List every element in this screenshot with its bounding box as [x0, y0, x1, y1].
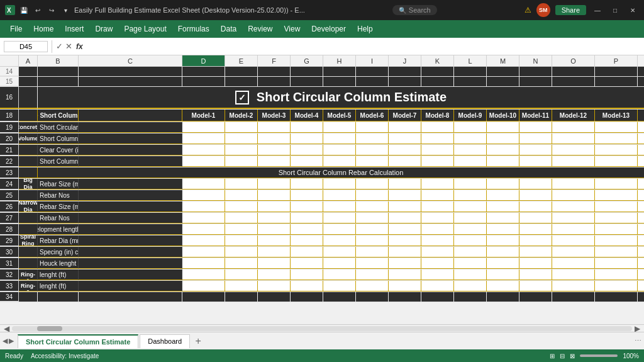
cell-21-n[interactable]	[519, 145, 552, 156]
cell-29-k[interactable]	[421, 235, 454, 246]
cell-15-p[interactable]	[595, 77, 638, 86]
cell-21-g[interactable]	[291, 145, 323, 156]
cell-24-q[interactable]	[638, 179, 644, 189]
cell-20-p[interactable]	[595, 133, 638, 144]
cell-33-p[interactable]	[595, 281, 638, 291]
col-header-f[interactable]: F	[258, 55, 291, 66]
scrollbar-track[interactable]	[12, 326, 632, 331]
col-header-a[interactable]: A	[19, 55, 38, 66]
cell-14-o[interactable]	[552, 67, 595, 76]
menu-data[interactable]: Data	[216, 23, 242, 35]
cell-33-i[interactable]	[356, 281, 389, 291]
cell-21-l[interactable]	[454, 145, 487, 156]
cell-34-d[interactable]	[182, 292, 225, 302]
cell-27-g[interactable]	[291, 213, 323, 223]
cell-19-n[interactable]	[519, 122, 552, 133]
cell-23-a[interactable]	[19, 167, 38, 178]
cell-21-m[interactable]	[487, 145, 519, 156]
col-header-n[interactable]: N	[519, 55, 552, 66]
maximize-button[interactable]: □	[609, 4, 621, 16]
cell-22-o[interactable]	[552, 156, 595, 167]
cell-27-d[interactable]	[182, 213, 225, 223]
cell-29-j[interactable]	[389, 235, 421, 246]
cell-15-d[interactable]	[182, 77, 225, 86]
cell-31-f[interactable]	[258, 258, 291, 269]
cell-15-k[interactable]	[421, 77, 454, 86]
cell-20-m[interactable]	[487, 133, 519, 144]
menu-help[interactable]: Help	[352, 23, 378, 35]
cell-22-j[interactable]	[389, 156, 421, 167]
cell-27-h[interactable]	[323, 213, 356, 223]
cell-22-k[interactable]	[421, 156, 454, 167]
cell-30-b[interactable]: Specing (in) c/c	[38, 247, 79, 257]
cell-19-b[interactable]: Short Circular Column Nos	[38, 122, 79, 133]
cell-32-h[interactable]	[323, 269, 356, 280]
menu-view[interactable]: View	[279, 23, 306, 35]
col-header-k[interactable]: K	[421, 55, 454, 66]
menu-home[interactable]: Home	[28, 23, 58, 35]
dropdown-icon[interactable]: ▾	[60, 5, 70, 15]
cell-28-a[interactable]	[19, 224, 38, 235]
cell-33-b[interactable]: lenght (ft)	[38, 281, 79, 291]
cell-14-j[interactable]	[389, 67, 421, 76]
cell-29-b[interactable]: Rebar Dia (mm)	[38, 235, 79, 246]
tab-short-circular[interactable]: Short Circular Column Estimate	[18, 334, 138, 348]
cell-32-p[interactable]	[595, 269, 638, 280]
cell-31-p[interactable]	[595, 258, 638, 269]
cell-24-f[interactable]	[258, 179, 291, 189]
cell-15-o[interactable]	[552, 77, 595, 86]
cell-31-b[interactable]: Houck lenght (in)	[38, 258, 79, 269]
cell-28-f[interactable]	[258, 224, 291, 235]
cell-27-a[interactable]	[19, 213, 38, 223]
cell-18-d[interactable]: Model-1	[182, 110, 225, 122]
cell-29-a[interactable]: Spiral Ring	[19, 235, 38, 246]
cell-25-o[interactable]	[552, 190, 595, 201]
cell-29-n[interactable]	[519, 235, 552, 246]
cell-33-d[interactable]	[182, 281, 225, 291]
col-header-b[interactable]: B	[38, 55, 79, 66]
cell-21-i[interactable]	[356, 145, 389, 156]
cell-18-g[interactable]: Model-4	[291, 110, 323, 122]
cell-25-d[interactable]	[182, 190, 225, 201]
cell-20-e[interactable]	[225, 133, 258, 144]
cell-27-q[interactable]	[638, 213, 644, 223]
cell-24-o[interactable]	[552, 179, 595, 189]
menu-draw[interactable]: Draw	[90, 23, 118, 35]
cell-25-a[interactable]	[19, 190, 38, 201]
cell-21-a[interactable]	[19, 145, 38, 156]
cell-29-e[interactable]	[225, 235, 258, 246]
cell-25-m[interactable]	[487, 190, 519, 201]
cell-18-c[interactable]	[79, 110, 182, 122]
horizontal-scrollbar[interactable]: ◀ ▶	[0, 324, 644, 332]
view-page-icon[interactable]: ⊠	[570, 353, 575, 359]
cell-34-h[interactable]	[323, 292, 356, 302]
cell-29-h[interactable]	[323, 235, 356, 246]
cell-32-b[interactable]: lenght (ft)	[38, 269, 79, 280]
cell-31-m[interactable]	[487, 258, 519, 269]
cell-33-n[interactable]	[519, 281, 552, 291]
cell-18-p[interactable]: Model-13	[595, 110, 638, 122]
cell-18-j[interactable]: Model-7	[389, 110, 421, 122]
cell-24-l[interactable]	[454, 179, 487, 189]
cell-25-c[interactable]	[79, 190, 182, 201]
cell-34-m[interactable]	[487, 292, 519, 302]
cell-15-e[interactable]	[225, 77, 258, 86]
cell-14-m[interactable]	[487, 67, 519, 76]
cell-27-b[interactable]: Rebar Nos	[38, 213, 79, 223]
cell-20-g[interactable]	[291, 133, 323, 144]
cell-32-k[interactable]	[421, 269, 454, 280]
col-header-c[interactable]: C	[79, 55, 182, 66]
cell-14-k[interactable]	[421, 67, 454, 76]
cell-30-p[interactable]	[595, 247, 638, 257]
cell-31-e[interactable]	[225, 258, 258, 269]
cell-22-n[interactable]	[519, 156, 552, 167]
cell-25-f[interactable]	[258, 190, 291, 201]
cell-31-i[interactable]	[356, 258, 389, 269]
cell-26-a[interactable]: Narrow Dia	[19, 201, 38, 212]
cell-34-i[interactable]	[356, 292, 389, 302]
cell-24-j[interactable]	[389, 179, 421, 189]
menu-formulas[interactable]: Formulas	[173, 23, 214, 35]
cell-28-d[interactable]	[182, 224, 225, 235]
cell-19-m[interactable]	[487, 122, 519, 133]
cell-30-d[interactable]	[182, 247, 225, 257]
